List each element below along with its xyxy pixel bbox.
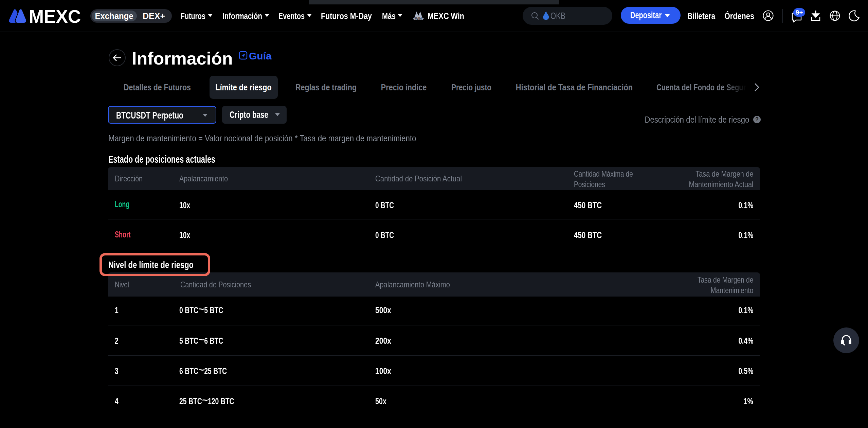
svg-text:WIN: WIN [415, 17, 421, 21]
